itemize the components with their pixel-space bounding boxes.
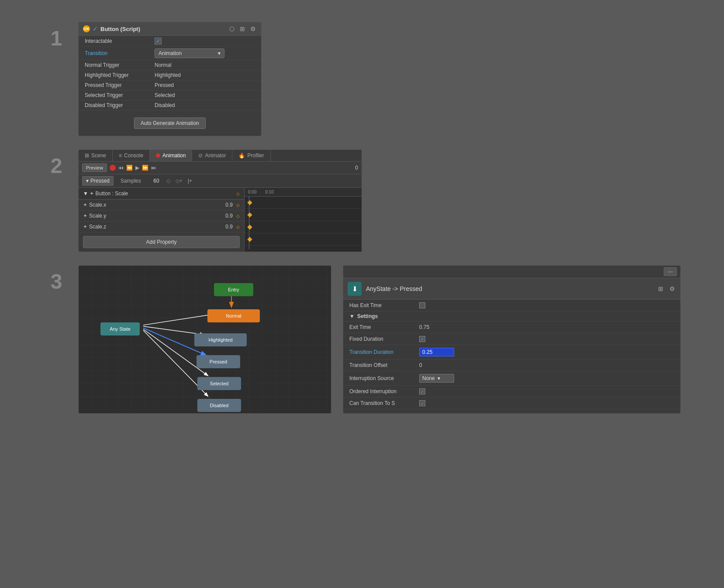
tab-scene[interactable]: ⊞ Scene: [79, 150, 113, 161]
transition-offset-row: Transition Offset 0: [343, 360, 680, 371]
anim-state-row: ▾ Pressed Samples 60 ◇ ◇+ |+: [79, 174, 362, 188]
timeline-row-2: [245, 221, 362, 233]
pressed-trigger-label: Pressed Trigger: [85, 82, 155, 88]
can-transition-checkbox[interactable]: ✓: [419, 400, 425, 406]
scale-x-diamond: ◇: [236, 203, 240, 208]
step-forward-icon[interactable]: ⏩: [142, 165, 148, 171]
can-transition-label: Can Transition To S: [349, 400, 419, 406]
transition-row: Transition Animation ▾: [79, 47, 261, 60]
tab-profiler-label: Profiler: [247, 152, 264, 159]
anim-add-icon[interactable]: |+: [188, 178, 192, 184]
scale-z-diamond: ◇: [236, 225, 240, 229]
state-anystate[interactable]: Any State: [100, 322, 140, 336]
tab-console[interactable]: ≡ Console: [113, 150, 150, 161]
highlighted-trigger-label: Highlighted Trigger: [85, 72, 155, 78]
main-container: 1 OK ✓ Button (Script) ⬡ ⊞ ⚙ Interactabl…: [34, 9, 690, 427]
tab-animator[interactable]: ⊙ Animator: [192, 150, 232, 161]
minimize-button[interactable]: —: [664, 267, 677, 276]
expand-icon[interactable]: ▼: [83, 190, 88, 197]
fixed-duration-label: Fixed Duration: [349, 336, 419, 342]
scale-x-label: ✦Scale.x: [83, 202, 207, 208]
ordered-interruption-checkbox[interactable]: ✓: [419, 388, 425, 394]
anim-group-label: Button : Scale: [96, 190, 128, 197]
tab-console-label: Console: [124, 152, 143, 159]
scale-y-row: ✦Scale.y 0.9 ◇: [79, 211, 244, 221]
has-exit-time-checkbox[interactable]: [419, 302, 425, 308]
scale-y-label: ✦Scale.y: [83, 213, 207, 219]
panel-title: Button (Script): [100, 26, 225, 32]
normal-trigger-label: Normal Trigger: [85, 62, 155, 68]
scale-icon: ✦: [83, 202, 87, 208]
state-select-arrow: ▾: [86, 178, 89, 184]
interruption-source-select[interactable]: None ▾: [419, 374, 454, 383]
exit-time-label: Exit Time: [349, 324, 419, 330]
interactable-checkbox[interactable]: ✓: [155, 38, 162, 45]
animator-panel: Entry Any State Normal Highlighted Press…: [78, 265, 331, 414]
ok-icon: OK: [83, 25, 90, 32]
skip-back-icon[interactable]: ⏮: [118, 165, 124, 171]
section3-number: 3: [43, 265, 69, 294]
exit-time-row: Exit Time 0.75: [343, 322, 680, 333]
info-icon[interactable]: ⬡: [228, 25, 236, 33]
keyframe-scale-x[interactable]: [247, 212, 252, 217]
normal-trigger-row: Normal Trigger Normal: [79, 60, 261, 70]
transition-offset-label: Transition Offset: [349, 362, 419, 368]
step-back-icon[interactable]: ⏪: [126, 165, 133, 171]
settings-panel: — ⬇ AnyState -> Pressed ⊞ ⚙ Has Exit Tim…: [343, 265, 681, 414]
grid-icon: ⊞: [85, 152, 89, 159]
keyframe-header[interactable]: [247, 200, 252, 205]
section1-number: 1: [43, 22, 69, 50]
state-select[interactable]: ▾ Pressed: [82, 176, 114, 186]
state-normal[interactable]: Normal: [207, 309, 260, 322]
normal-trigger-value: Normal: [155, 62, 255, 68]
state-disabled[interactable]: Disabled: [197, 399, 241, 412]
selected-trigger-row: Selected Trigger Selected: [79, 90, 261, 100]
tab-profiler[interactable]: 🔥 Profiler: [232, 150, 270, 161]
section3-wrapper: Entry Any State Normal Highlighted Press…: [78, 265, 681, 414]
add-property-button[interactable]: Add Property: [83, 236, 240, 248]
ordered-interruption-row: Ordered Interruption ✓: [343, 386, 680, 398]
keyframe-scale-z[interactable]: [247, 237, 252, 242]
layout-icon[interactable]: ⊞: [238, 25, 246, 33]
settings-gear-icon[interactable]: ⚙: [668, 285, 676, 293]
state-pressed[interactable]: Pressed: [197, 355, 240, 368]
normal-label: Normal: [226, 313, 241, 318]
time-mark-0: 0:00: [248, 190, 256, 194]
fixed-duration-checkbox[interactable]: ✓: [419, 336, 425, 342]
skip-forward-icon[interactable]: ⏭: [151, 165, 156, 171]
select-arrow: ▾: [218, 50, 221, 56]
state-selected[interactable]: Selected: [197, 377, 241, 390]
console-icon: ≡: [119, 152, 122, 159]
anim-timeline: 0:00 0:10: [245, 188, 362, 252]
settings-layout-icon[interactable]: ⊞: [657, 285, 665, 293]
transition-label: Transition: [85, 50, 155, 56]
diamond-icon: ◇: [166, 178, 170, 184]
diamond-plus-icon: ◇+: [176, 178, 183, 184]
auto-generate-button[interactable]: Auto Generate Animation: [134, 118, 206, 129]
play-icon[interactable]: ▶: [135, 165, 139, 171]
timeline-row-3: [245, 233, 362, 246]
has-exit-time-row: Has Exit Time: [343, 300, 680, 311]
pressed-trigger-row: Pressed Trigger Pressed: [79, 80, 261, 90]
tab-scene-label: Scene: [91, 152, 106, 159]
transition-select[interactable]: Animation ▾: [155, 48, 224, 58]
keyframe-scale-y[interactable]: [247, 225, 252, 229]
section3-row: 3: [43, 265, 681, 414]
highlighted-label: Highlighted: [208, 337, 232, 342]
record-button[interactable]: [110, 165, 116, 171]
entry-label: Entry: [228, 287, 239, 292]
preview-button[interactable]: Preview: [82, 163, 107, 172]
tab-animation[interactable]: Animation: [150, 150, 192, 161]
samples-value: 60: [146, 178, 159, 184]
transition-duration-input[interactable]: [419, 348, 454, 356]
record-dot: [156, 153, 160, 158]
transition-title: AnyState -> Pressed: [366, 285, 652, 292]
pressed-trigger-value: Pressed: [155, 82, 255, 88]
state-entry[interactable]: Entry: [214, 283, 253, 296]
anim-prop-cross-icon: ✦: [90, 190, 94, 197]
state-highlighted[interactable]: Highlighted: [194, 333, 247, 346]
settings-collapse-icon[interactable]: ▼: [349, 313, 355, 319]
disabled-trigger-row: Disabled Trigger Disabled: [79, 100, 261, 111]
gear-icon[interactable]: ⚙: [249, 25, 257, 33]
state-select-value: Pressed: [90, 178, 110, 184]
